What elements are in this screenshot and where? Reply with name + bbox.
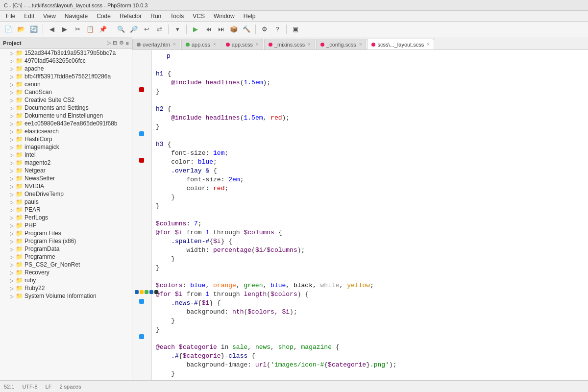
tree-arrow-2: ▷ xyxy=(10,66,16,72)
menu-vcs[interactable]: VCS xyxy=(189,12,209,21)
folder-icon-3: 📁 xyxy=(16,73,23,80)
toolbar-replace[interactable]: ↩ xyxy=(141,24,152,35)
toolbar-help[interactable]: ? xyxy=(272,24,283,35)
tab-appscss-close[interactable]: × xyxy=(256,42,259,47)
toolbar-new[interactable]: 📄 xyxy=(3,24,14,35)
sidebar-item-canoscan[interactable]: ▷📁CanoScan xyxy=(0,88,132,96)
tab-mixins-close[interactable]: × xyxy=(308,42,311,47)
tab-mixins[interactable]: _mixins.scss × xyxy=(264,39,315,49)
toolbar-copy[interactable]: 📋 xyxy=(85,24,96,35)
folder-icon-25: 📁 xyxy=(16,245,23,252)
sidebar-item-programdata[interactable]: ▷📁ProgramData xyxy=(0,245,132,253)
toolbar-cut[interactable]: ✂ xyxy=(72,24,83,35)
sidebar-item-pauls[interactable]: ▷📁pauls xyxy=(0,198,132,206)
folder-icon-14: 📁 xyxy=(16,159,23,166)
sidebar-item-ruby22[interactable]: ▷📁Ruby22 xyxy=(0,284,132,292)
toolbar-find2[interactable]: 🔎 xyxy=(128,24,139,35)
tree-arrow-10: ▷ xyxy=(10,129,16,134)
sidebar-item-intel[interactable]: ▷📁Intel xyxy=(0,151,132,159)
toolbar-settings[interactable]: ⚙ xyxy=(259,24,270,35)
sidebar-item-creative-suite-cs2[interactable]: ▷📁Creative Suite CS2 xyxy=(0,96,132,104)
sidebar-item-hashicorp[interactable]: ▷📁HashiCorp xyxy=(0,135,132,143)
menu-window[interactable]: Window xyxy=(210,12,239,21)
toolbar-fast-forward[interactable]: ⏭ xyxy=(216,24,226,35)
sidebar-item-documents-and-settin[interactable]: ▷📁Documents and Settings xyxy=(0,104,132,112)
toolbar-back[interactable]: ◀ xyxy=(47,24,57,35)
tree-label-5: CanoScan xyxy=(24,89,52,96)
toolbar-terminal[interactable]: ▣ xyxy=(290,24,301,35)
toolbar-paste[interactable]: 📌 xyxy=(98,24,108,35)
toolbar-find[interactable]: 🔍 xyxy=(116,24,126,35)
toolbar-sep-1 xyxy=(43,24,43,34)
sidebar-item-magento2[interactable]: ▷📁magento2 xyxy=(0,159,132,167)
sidebar-icon-4[interactable]: ≡ xyxy=(126,40,129,46)
status-line-ending: LF xyxy=(46,384,52,390)
sidebar-expand-icon[interactable]: ▷ xyxy=(107,40,111,46)
sidebar-item-apache[interactable]: ▷📁apache xyxy=(0,65,132,73)
tab-appcss-close[interactable]: × xyxy=(213,42,216,47)
sidebar-item-ruby[interactable]: ▷📁ruby xyxy=(0,276,132,284)
folder-icon-6: 📁 xyxy=(16,97,23,103)
sidebar-item-ee1c05980e843e7ea865[interactable]: ▷📁ee1c05980e843e7ea865de091f68b xyxy=(0,120,132,127)
toolbar-stop[interactable]: 📦 xyxy=(228,24,239,35)
sidebar-item-program-files[interactable]: ▷📁Program Files xyxy=(0,229,132,237)
toolbar-rewind[interactable]: ⏮ xyxy=(203,24,214,35)
tab-config-close[interactable]: × xyxy=(359,42,362,47)
sidebar-item-system-volume-inform[interactable]: ▷📁System Volume Information xyxy=(0,292,132,300)
sidebar-item-dokumente-und-einste[interactable]: ▷📁Dokumente und Einstellungen xyxy=(0,112,132,120)
sidebar-item-imagemagick[interactable]: ▷📁imagemagick xyxy=(0,143,132,151)
tab-layout-close[interactable]: × xyxy=(427,42,430,47)
sidebar-icon-3[interactable]: ⚙ xyxy=(119,40,124,46)
folder-icon-30: 📁 xyxy=(16,285,23,292)
sidebar-item-canon[interactable]: ▷📁canon xyxy=(0,80,132,88)
tree-arrow-7: ▷ xyxy=(10,105,16,111)
menu-run[interactable]: Run xyxy=(147,12,165,21)
tab-appscss-label: app.scss xyxy=(232,42,253,48)
tab-appscss[interactable]: app.scss × xyxy=(221,39,263,49)
sidebar-item-perflogs[interactable]: ▷📁PerfLogs xyxy=(0,214,132,221)
tab-overlay[interactable]: overlay.htm × xyxy=(132,39,180,49)
menu-tools[interactable]: Tools xyxy=(166,12,188,21)
tab-layout[interactable]: scss\..._layout.scss × xyxy=(367,39,434,49)
sidebar-item-netgear[interactable]: ▷📁Netgear xyxy=(0,167,132,174)
status-indent: 2 spaces xyxy=(59,384,81,390)
sidebar-item-nvidia[interactable]: ▷📁NVIDIA xyxy=(0,182,132,190)
toolbar-forward[interactable]: ▶ xyxy=(59,24,70,35)
sidebar-item-pear[interactable]: ▷📁PEAR xyxy=(0,206,132,214)
tree-arrow-6: ▷ xyxy=(10,98,16,103)
tree-label-1: 4970fad5463265c06fcc xyxy=(24,57,86,64)
sidebar-item-bfb4fff53917fdd8e575[interactable]: ▷📁bfb4fff53917fdd8e575621ff0286a xyxy=(0,73,132,80)
toolbar-sync[interactable]: 🔄 xyxy=(28,24,39,35)
menu-bar: File Edit View Navigate Code Refactor Ru… xyxy=(0,11,588,22)
code-editor[interactable]: p h1 { @include headlines(1.5em); } h2 {… xyxy=(132,50,588,380)
menu-view[interactable]: View xyxy=(39,12,60,21)
tree-arrow-19: ▷ xyxy=(10,199,16,205)
toolbar-run[interactable]: ▶ xyxy=(190,24,201,35)
sidebar-item-program-files-x86[interactable]: ▷📁Program Files (x86) xyxy=(0,237,132,245)
sidebar-item-programme[interactable]: ▷📁Programme xyxy=(0,253,132,261)
sidebar-item-pscs2grnonret[interactable]: ▷📁PS_CS2_Gr_NonRet xyxy=(0,261,132,269)
sidebar-item-newssetter[interactable]: ▷📁NewsSetter xyxy=(0,174,132,182)
sidebar-icon-2[interactable]: ⊞ xyxy=(113,40,117,46)
menu-refactor[interactable]: Refactor xyxy=(116,12,146,21)
toolbar-replace2[interactable]: ⇄ xyxy=(154,24,165,35)
sidebar-item-152ad3447b3e19a95317[interactable]: ▷📁152ad3447b3e19a953179b5bbc7a xyxy=(0,49,132,57)
folder-icon-11: 📁 xyxy=(16,136,23,143)
menu-code[interactable]: Code xyxy=(93,12,115,21)
toolbar-build[interactable]: 🔨 xyxy=(241,24,252,35)
sidebar-item-elasticsearch[interactable]: ▷📁elasticsearch xyxy=(0,127,132,135)
menu-navigate[interactable]: Navigate xyxy=(61,12,92,21)
tab-appcss[interactable]: app.css × xyxy=(181,39,220,49)
toolbar-dropdown[interactable]: ▾ xyxy=(172,24,183,35)
tab-overlay-close[interactable]: × xyxy=(173,42,176,47)
sidebar-item-recovery[interactable]: ▷📁Recovery xyxy=(0,269,132,276)
menu-file[interactable]: File xyxy=(2,12,19,21)
code-content[interactable]: p h1 { @include headlines(1.5em); } h2 {… xyxy=(152,50,588,380)
sidebar-item-php[interactable]: ▷📁PHP xyxy=(0,221,132,229)
menu-edit[interactable]: Edit xyxy=(20,12,38,21)
toolbar-open[interactable]: 📂 xyxy=(16,24,26,35)
tab-config[interactable]: _config.scss × xyxy=(316,39,366,49)
menu-help[interactable]: Help xyxy=(240,12,260,21)
sidebar-item-onedrivetemp[interactable]: ▷📁OneDriveTemp xyxy=(0,190,132,198)
sidebar-item-4970fad5463265c06fcc[interactable]: ▷📁4970fad5463265c06fcc xyxy=(0,57,132,65)
